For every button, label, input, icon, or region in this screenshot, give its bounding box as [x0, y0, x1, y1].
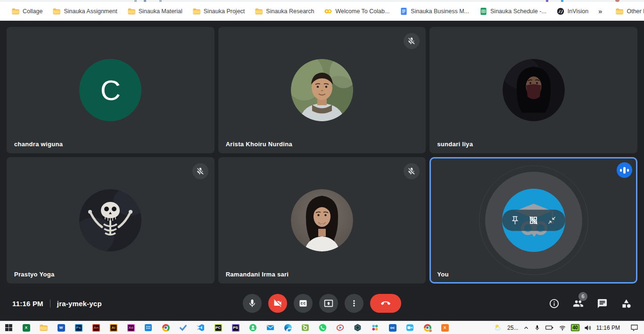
- bookmark-label: Welcome To Colab...: [335, 8, 389, 15]
- bookmark-item[interactable]: Sinauka Assignment: [48, 5, 122, 18]
- bookmark-item[interactable]: InVision: [552, 5, 594, 18]
- meeting-info: 11:16 PM jra-ymek-ycp: [12, 300, 102, 308]
- action-center-icon[interactable]: [625, 324, 638, 331]
- gom-cam-taskbar-icon[interactable]: [297, 321, 314, 334]
- chrome-profile-taskbar-icon[interactable]: [419, 321, 436, 334]
- avatar: [7, 157, 215, 284]
- weather-icon[interactable]: [494, 324, 503, 332]
- photo-avatar: [291, 59, 353, 121]
- pycharm-taskbar-icon[interactable]: PC: [209, 321, 227, 334]
- tray-clock[interactable]: 11:16 PM: [596, 325, 620, 331]
- participant-tile-you[interactable]: You: [429, 157, 637, 284]
- folder-icon: [128, 8, 135, 15]
- end-call-button[interactable]: [370, 294, 401, 313]
- browser-ui-fragment: [134, 0, 137, 2]
- pin-icon[interactable]: [510, 216, 520, 225]
- participants-count-badge: 6: [578, 292, 587, 301]
- other-bookmarks-button[interactable]: Other bookmarks: [611, 5, 644, 18]
- illustrator-taskbar-icon[interactable]: Ai: [105, 321, 122, 334]
- participant-name: You: [437, 271, 449, 278]
- call-controls: [243, 294, 401, 313]
- present-button[interactable]: [319, 294, 338, 313]
- screen-recorder-taskbar-icon[interactable]: [331, 321, 349, 334]
- invision-icon: [557, 8, 564, 15]
- google-meet-app: Cchandra wigunaArista Khoiru Nurdinasund…: [0, 21, 644, 321]
- folder-icon: [616, 8, 623, 15]
- tray-microphone-icon[interactable]: [534, 325, 540, 331]
- camera-app-taskbar-icon[interactable]: [401, 321, 419, 334]
- participant-tile-sundari-liya[interactable]: sundari liya: [429, 27, 637, 153]
- remove-tile-icon[interactable]: [528, 216, 538, 225]
- battery-percent-badge[interactable]: 40: [571, 324, 579, 331]
- camera-off-button[interactable]: [268, 294, 287, 313]
- participant-tile-arista-khoiru-nurdina[interactable]: Arista Khoiru Nurdina: [218, 27, 426, 153]
- flower-app-taskbar-icon[interactable]: [366, 321, 384, 334]
- file-explorer-taskbar-icon[interactable]: [35, 321, 52, 334]
- volume-icon[interactable]: [584, 325, 592, 331]
- edge-taskbar-icon[interactable]: [279, 321, 297, 334]
- docs-icon: [400, 8, 407, 15]
- hexagon-app-taskbar-icon[interactable]: [349, 321, 366, 334]
- microphone-button[interactable]: [243, 294, 262, 313]
- bookmark-item[interactable]: Collage: [7, 5, 48, 18]
- avatar: [429, 157, 637, 284]
- participants-button[interactable]: 6: [573, 298, 584, 309]
- chat-icon: [597, 298, 608, 309]
- minimize-icon[interactable]: [547, 216, 557, 225]
- photo-avatar: [291, 189, 353, 251]
- participant-tile-ramandani-irma-sari[interactable]: Ramandani Irma sari: [218, 157, 426, 284]
- xampp-taskbar-icon[interactable]: X: [436, 321, 454, 334]
- temperature-label[interactable]: 25...: [507, 325, 518, 331]
- tray-chevron-icon[interactable]: [523, 325, 529, 331]
- bookmarks-overflow-chevron[interactable]: »: [594, 7, 607, 15]
- oc-app-taskbar-icon[interactable]: oc: [384, 321, 401, 334]
- photoshop-taskbar-icon[interactable]: Ps: [70, 321, 87, 334]
- bookmark-label: Sinauka Business M...: [411, 8, 469, 15]
- present-icon: [324, 299, 333, 308]
- start-button[interactable]: [0, 321, 17, 334]
- captions-button[interactable]: [294, 294, 313, 313]
- battery-icon[interactable]: [545, 325, 554, 331]
- screen: CollageSinauka AssignmentSinauka Materia…: [0, 0, 644, 334]
- bookmark-item[interactable]: Sinauka Material: [123, 5, 188, 18]
- photo-avatar: [503, 59, 565, 121]
- word-taskbar-icon[interactable]: W: [52, 321, 70, 334]
- excel-taskbar-icon[interactable]: X: [17, 321, 35, 334]
- more-options-button[interactable]: [345, 294, 363, 313]
- vscode-taskbar-icon[interactable]: [192, 321, 209, 334]
- whatsapp-taskbar-icon[interactable]: [314, 321, 331, 334]
- meeting-details-button[interactable]: [549, 298, 560, 309]
- bookmark-item[interactable]: Sinauka Schedule -...: [474, 5, 552, 18]
- participant-tile-chandra-wiguna[interactable]: Cchandra wiguna: [7, 27, 215, 153]
- folder-icon: [255, 8, 263, 15]
- browser-ui-fragment: [159, 0, 162, 2]
- initial-avatar: C: [79, 59, 141, 121]
- mail-taskbar-icon[interactable]: [262, 321, 279, 334]
- meet-control-bar: 11:16 PM jra-ymek-ycp: [0, 286, 644, 321]
- bookmark-label: Sinauka Project: [204, 8, 245, 15]
- bookmark-label: Other bookmarks: [627, 8, 644, 15]
- chrome-taskbar-icon[interactable]: [157, 321, 174, 334]
- avatar: [218, 27, 426, 153]
- more-options-icon: [349, 299, 359, 308]
- bookmark-item[interactable]: Welcome To Colab...: [319, 5, 395, 18]
- system-tray: 25... 40 11:16 PM: [494, 321, 644, 334]
- browser-ui-fragment: [561, 0, 563, 2]
- activities-button[interactable]: [621, 298, 632, 309]
- bookmark-label: Sinauka Material: [139, 8, 182, 15]
- folder-icon: [12, 8, 19, 15]
- wifi-icon[interactable]: [559, 325, 566, 331]
- check-app-taskbar-icon[interactable]: [174, 321, 192, 334]
- android-emulator-taskbar-icon[interactable]: [244, 321, 262, 334]
- participant-name: Prastyo Yoga: [14, 271, 55, 278]
- phpstorm-taskbar-icon[interactable]: PS: [227, 321, 244, 334]
- calendar-taskbar-icon[interactable]: [140, 321, 157, 334]
- bookmark-item[interactable]: Sinauka Business M...: [395, 5, 474, 18]
- participant-tile-prastyo-yoga[interactable]: Prastyo Yoga: [7, 157, 215, 284]
- bookmark-item[interactable]: Sinauka Research: [250, 5, 319, 18]
- adobe-xd-taskbar-icon[interactable]: Xd: [122, 321, 140, 334]
- folder-icon: [193, 8, 200, 15]
- chat-button[interactable]: [597, 298, 608, 309]
- animate-taskbar-icon[interactable]: An: [87, 321, 105, 334]
- bookmark-item[interactable]: Sinauka Project: [188, 5, 250, 18]
